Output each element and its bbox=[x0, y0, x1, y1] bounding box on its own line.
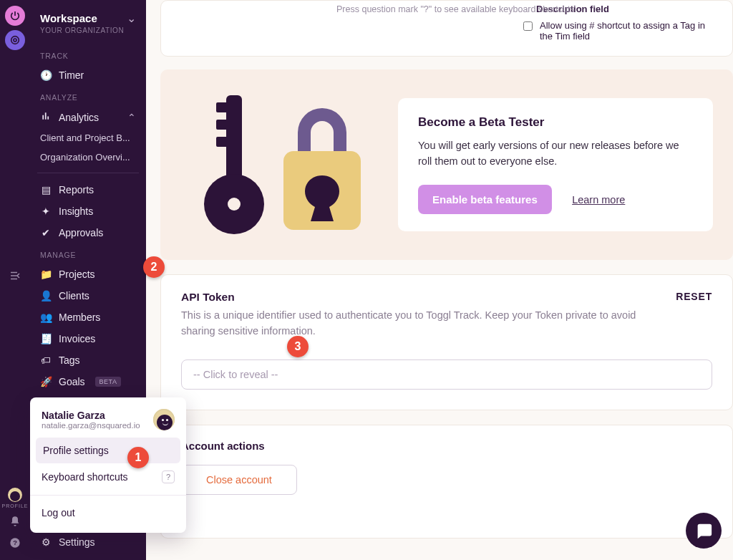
api-token-card: API Token This is a unique identifier us… bbox=[160, 274, 733, 410]
beta-illustration bbox=[183, 90, 369, 240]
report-icon: ▤ bbox=[40, 184, 52, 195]
nav-insights[interactable]: ✦Insights bbox=[30, 201, 146, 222]
rail-help[interactable]: ? bbox=[9, 537, 21, 551]
api-token-field[interactable]: -- Click to reveal -- bbox=[181, 359, 712, 390]
check-circle-icon: ✔ bbox=[40, 227, 52, 238]
section-analyze: ANALYZE bbox=[30, 86, 146, 106]
rail-power-icon[interactable] bbox=[5, 6, 25, 26]
beta-text: You will get early versions of our new r… bbox=[418, 138, 693, 170]
bell-icon bbox=[9, 516, 21, 527]
intercom-launcher[interactable] bbox=[686, 513, 722, 549]
gear-icon: ⚙ bbox=[40, 536, 52, 548]
api-token-title: API Token bbox=[181, 291, 654, 304]
nav-label: Members bbox=[59, 312, 100, 323]
app-rail: PROFILE ? bbox=[0, 0, 30, 560]
nav-analytics-sub-org[interactable]: Organization Overvi... bbox=[30, 148, 146, 167]
clock-icon: 🕐 bbox=[40, 69, 52, 81]
close-account-button[interactable]: Close account bbox=[181, 465, 297, 495]
shortcuts-card: Description field Press question mark "?… bbox=[160, 0, 733, 57]
folder-icon: 📁 bbox=[40, 269, 52, 280]
rocket-icon: 🚀 bbox=[40, 376, 52, 387]
section-manage: MANAGE bbox=[30, 243, 146, 264]
beta-title: Become a Beta Tester bbox=[418, 115, 693, 130]
nav-analytics-sub-client[interactable]: Client and Project B... bbox=[30, 128, 146, 148]
beta-badge: BETA bbox=[95, 377, 122, 387]
section-track: TRACK bbox=[30, 44, 146, 64]
chevron-up-icon: ⌃ bbox=[127, 112, 136, 123]
callout-2: 2 bbox=[143, 256, 165, 278]
enable-beta-button[interactable]: Enable beta features bbox=[418, 185, 552, 214]
tag-shortcut-label: Allow using # shortcut to assign a Tag i… bbox=[540, 20, 715, 42]
rail-collapse-icon[interactable] bbox=[9, 269, 21, 285]
nav-reports[interactable]: ▤Reports bbox=[30, 179, 146, 201]
key-lock-icon bbox=[183, 90, 369, 240]
reset-token-button[interactable]: RESET bbox=[676, 291, 712, 302]
rail-spiral-icon[interactable] bbox=[5, 30, 25, 50]
api-token-description: This is a unique identifier used to auth… bbox=[181, 308, 654, 339]
members-icon: 👥 bbox=[40, 312, 52, 323]
nav-label: Approvals bbox=[59, 227, 103, 238]
collapse-icon bbox=[9, 269, 21, 282]
nav-timer[interactable]: 🕐Timer bbox=[30, 64, 146, 86]
popup-user-name: Natalie Garza bbox=[42, 410, 140, 421]
insights-icon: ✦ bbox=[40, 206, 52, 217]
nav-label: Timer bbox=[59, 69, 84, 81]
account-actions-title: Account actions bbox=[181, 440, 712, 452]
callout-1: 1 bbox=[127, 447, 149, 468]
nav-settings[interactable]: ⚙Settings bbox=[30, 531, 146, 553]
client-icon: 👤 bbox=[40, 290, 52, 301]
nav-goals[interactable]: 🚀GoalsBETA bbox=[30, 371, 146, 392]
popup-item-label: Keyboard shortcuts bbox=[42, 471, 128, 483]
rail-profile[interactable]: PROFILE bbox=[2, 488, 29, 508]
avatar-icon bbox=[8, 488, 22, 502]
nav-label: Settings bbox=[59, 536, 95, 548]
popup-logout[interactable]: Log out bbox=[30, 500, 186, 526]
divider bbox=[30, 495, 186, 496]
popup-item-label: Profile settings bbox=[43, 445, 109, 456]
learn-more-link[interactable]: Learn more bbox=[572, 194, 625, 206]
svg-rect-5 bbox=[216, 102, 228, 112]
invoice-icon: 🧾 bbox=[40, 333, 52, 344]
popup-avatar bbox=[153, 409, 175, 430]
nav-tags[interactable]: 🏷Tags bbox=[30, 349, 146, 371]
nav-label: Reports bbox=[59, 184, 94, 195]
workspace-subtitle: YOUR ORGANIZATION bbox=[30, 25, 146, 44]
spiral-icon bbox=[9, 34, 21, 46]
nav-label: Tags bbox=[59, 354, 80, 366]
help-icon: ? bbox=[9, 537, 21, 549]
beta-tester-card: Become a Beta Tester You will get early … bbox=[160, 69, 733, 260]
nav-approvals[interactable]: ✔Approvals bbox=[30, 222, 146, 243]
svg-point-1 bbox=[14, 39, 16, 42]
popup-profile-settings[interactable]: Profile settings bbox=[36, 438, 180, 463]
beta-panel: Become a Beta Tester You will get early … bbox=[398, 98, 713, 232]
rail-notifications[interactable] bbox=[9, 516, 21, 530]
popup-keyboard-shortcuts[interactable]: Keyboard shortcuts ? bbox=[30, 463, 186, 491]
svg-text:?: ? bbox=[13, 539, 17, 546]
popup-user-email: natalie.garza@nsquared.io bbox=[42, 421, 140, 430]
nav-members[interactable]: 👥Members bbox=[30, 306, 146, 328]
nav-analytics[interactable]: Analytics ⌃ bbox=[30, 106, 146, 128]
workspace-switcher[interactable]: Workspace ⌄ bbox=[30, 6, 146, 25]
nav-projects[interactable]: 📁Projects bbox=[30, 264, 146, 285]
main-content: Description field Press question mark "?… bbox=[146, 0, 733, 560]
nav-label: Invoices bbox=[59, 333, 95, 344]
tag-shortcut-checkbox[interactable] bbox=[523, 21, 533, 31]
svg-rect-6 bbox=[216, 120, 228, 130]
chevron-down-icon: ⌄ bbox=[127, 11, 136, 25]
bar-chart-icon bbox=[40, 111, 52, 123]
nav-clients[interactable]: 👤Clients bbox=[30, 285, 146, 306]
chat-icon bbox=[694, 521, 713, 540]
nav-label: Goals bbox=[59, 376, 85, 387]
nav-label: Analytics bbox=[59, 112, 120, 123]
nav-invoices[interactable]: 🧾Invoices bbox=[30, 328, 146, 349]
profile-popup: Natalie Garza natalie.garza@nsquared.io … bbox=[30, 397, 186, 533]
svg-point-0 bbox=[11, 37, 19, 44]
shortcut-key-badge: ? bbox=[162, 470, 175, 483]
power-icon bbox=[9, 10, 21, 21]
nav-label: Clients bbox=[59, 290, 89, 301]
nav-label: Insights bbox=[59, 206, 93, 217]
account-actions-card: Account actions Close account bbox=[160, 425, 733, 539]
callout-3: 3 bbox=[287, 336, 309, 357]
nav-label: Projects bbox=[59, 269, 95, 280]
popup-item-label: Log out bbox=[42, 507, 75, 518]
